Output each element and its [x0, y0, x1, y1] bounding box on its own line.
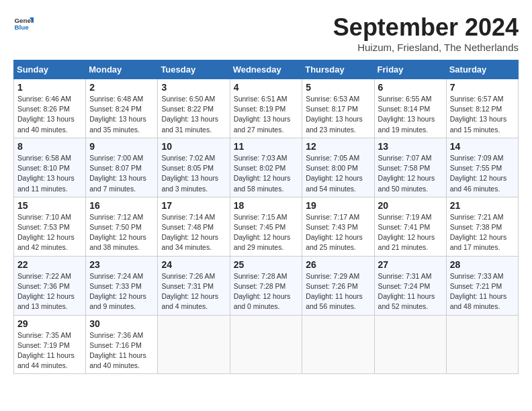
col-tuesday: Tuesday [158, 60, 230, 79]
day-info: Sunrise: 7:24 AMSunset: 7:33 PMDaylight:… [89, 271, 154, 312]
day-number: 6 [378, 82, 443, 93]
calendar-title: September 2024 [333, 13, 519, 42]
calendar-cell: 3Sunrise: 6:50 AMSunset: 8:22 PMDaylight… [158, 79, 230, 138]
day-info: Sunrise: 7:12 AMSunset: 7:50 PMDaylight:… [89, 212, 154, 253]
day-number: 26 [306, 259, 370, 270]
day-number: 2 [89, 82, 154, 93]
day-info: Sunrise: 7:22 AMSunset: 7:36 PMDaylight:… [17, 271, 82, 312]
calendar-cell [374, 315, 446, 374]
day-info: Sunrise: 7:15 AMSunset: 7:45 PMDaylight:… [234, 212, 299, 253]
day-number: 19 [306, 200, 370, 211]
calendar-cell: 14Sunrise: 7:09 AMSunset: 7:55 PMDayligh… [446, 138, 518, 197]
day-info: Sunrise: 6:48 AMSunset: 8:24 PMDaylight:… [89, 94, 154, 135]
day-number: 10 [161, 141, 226, 152]
day-info: Sunrise: 7:07 AMSunset: 7:58 PMDaylight:… [378, 153, 443, 194]
day-number: 17 [161, 200, 226, 211]
calendar-subtitle: Huizum, Friesland, The Netherlands [333, 42, 519, 53]
calendar-cell: 17Sunrise: 7:14 AMSunset: 7:48 PMDayligh… [158, 197, 230, 256]
calendar-cell: 30Sunrise: 7:36 AMSunset: 7:16 PMDayligh… [86, 315, 158, 374]
day-info: Sunrise: 6:58 AMSunset: 8:10 PMDaylight:… [17, 153, 82, 194]
col-wednesday: Wednesday [230, 60, 302, 79]
day-info: Sunrise: 6:55 AMSunset: 8:14 PMDaylight:… [378, 94, 443, 135]
day-number: 8 [17, 141, 82, 152]
calendar-week-row: 1Sunrise: 6:46 AMSunset: 8:26 PMDaylight… [14, 79, 519, 138]
calendar-cell: 26Sunrise: 7:29 AMSunset: 7:26 PMDayligh… [302, 256, 374, 315]
calendar-cell: 2Sunrise: 6:48 AMSunset: 8:24 PMDaylight… [86, 79, 158, 138]
day-info: Sunrise: 6:51 AMSunset: 8:19 PMDaylight:… [234, 94, 299, 135]
calendar-cell: 12Sunrise: 7:05 AMSunset: 8:00 PMDayligh… [302, 138, 374, 197]
day-info: Sunrise: 7:36 AMSunset: 7:16 PMDaylight:… [89, 330, 154, 371]
day-info: Sunrise: 6:53 AMSunset: 8:17 PMDaylight:… [306, 94, 370, 135]
day-number: 28 [450, 259, 515, 270]
day-info: Sunrise: 7:35 AMSunset: 7:19 PMDaylight:… [17, 330, 82, 371]
day-number: 30 [89, 318, 154, 329]
col-saturday: Saturday [446, 60, 518, 79]
calendar-cell: 9Sunrise: 7:00 AMSunset: 8:07 PMDaylight… [86, 138, 158, 197]
day-info: Sunrise: 7:26 AMSunset: 7:31 PMDaylight:… [161, 271, 226, 312]
day-info: Sunrise: 7:28 AMSunset: 7:28 PMDaylight:… [234, 271, 299, 312]
header-row: Sunday Monday Tuesday Wednesday Thursday… [14, 60, 519, 79]
calendar-cell: 7Sunrise: 6:57 AMSunset: 8:12 PMDaylight… [446, 79, 518, 138]
day-number: 14 [450, 141, 515, 152]
day-number: 18 [234, 200, 299, 211]
calendar-week-row: 8Sunrise: 6:58 AMSunset: 8:10 PMDaylight… [14, 138, 519, 197]
calendar-cell: 6Sunrise: 6:55 AMSunset: 8:14 PMDaylight… [374, 79, 446, 138]
day-number: 7 [450, 82, 515, 93]
day-number: 12 [306, 141, 370, 152]
calendar-cell [446, 315, 518, 374]
day-number: 21 [450, 200, 515, 211]
day-number: 25 [234, 259, 299, 270]
calendar-cell: 5Sunrise: 6:53 AMSunset: 8:17 PMDaylight… [302, 79, 374, 138]
calendar-cell: 11Sunrise: 7:03 AMSunset: 8:02 PMDayligh… [230, 138, 302, 197]
calendar-cell: 24Sunrise: 7:26 AMSunset: 7:31 PMDayligh… [158, 256, 230, 315]
col-friday: Friday [374, 60, 446, 79]
calendar-cell: 19Sunrise: 7:17 AMSunset: 7:43 PMDayligh… [302, 197, 374, 256]
calendar-cell [158, 315, 230, 374]
calendar-cell: 4Sunrise: 6:51 AMSunset: 8:19 PMDaylight… [230, 79, 302, 138]
calendar-cell: 20Sunrise: 7:19 AMSunset: 7:41 PMDayligh… [374, 197, 446, 256]
day-info: Sunrise: 7:21 AMSunset: 7:38 PMDaylight:… [450, 212, 515, 253]
calendar-cell: 13Sunrise: 7:07 AMSunset: 7:58 PMDayligh… [374, 138, 446, 197]
day-info: Sunrise: 7:03 AMSunset: 8:02 PMDaylight:… [234, 153, 299, 194]
calendar-cell: 10Sunrise: 7:02 AMSunset: 8:05 PMDayligh… [158, 138, 230, 197]
logo: General Blue General Blue [13, 13, 34, 34]
calendar-week-row: 15Sunrise: 7:10 AMSunset: 7:53 PMDayligh… [14, 197, 519, 256]
calendar-cell: 18Sunrise: 7:15 AMSunset: 7:45 PMDayligh… [230, 197, 302, 256]
logo-icon: General Blue [13, 13, 34, 34]
calendar-cell: 23Sunrise: 7:24 AMSunset: 7:33 PMDayligh… [86, 256, 158, 315]
calendar-cell: 15Sunrise: 7:10 AMSunset: 7:53 PMDayligh… [14, 197, 86, 256]
day-number: 23 [89, 259, 154, 270]
day-number: 9 [89, 141, 154, 152]
header: General Blue General Blue September 2024… [13, 13, 519, 53]
day-info: Sunrise: 7:14 AMSunset: 7:48 PMDaylight:… [161, 212, 226, 253]
day-info: Sunrise: 6:50 AMSunset: 8:22 PMDaylight:… [161, 94, 226, 135]
calendar-cell: 16Sunrise: 7:12 AMSunset: 7:50 PMDayligh… [86, 197, 158, 256]
day-number: 24 [161, 259, 226, 270]
calendar-week-row: 22Sunrise: 7:22 AMSunset: 7:36 PMDayligh… [14, 256, 519, 315]
day-info: Sunrise: 7:19 AMSunset: 7:41 PMDaylight:… [378, 212, 443, 253]
col-sunday: Sunday [14, 60, 86, 79]
day-number: 13 [378, 141, 443, 152]
calendar-cell: 1Sunrise: 6:46 AMSunset: 8:26 PMDaylight… [14, 79, 86, 138]
day-number: 4 [234, 82, 299, 93]
calendar-week-row: 29Sunrise: 7:35 AMSunset: 7:19 PMDayligh… [14, 315, 519, 374]
day-info: Sunrise: 7:10 AMSunset: 7:53 PMDaylight:… [17, 212, 82, 253]
calendar-cell: 8Sunrise: 6:58 AMSunset: 8:10 PMDaylight… [14, 138, 86, 197]
calendar-cell: 28Sunrise: 7:33 AMSunset: 7:21 PMDayligh… [446, 256, 518, 315]
day-number: 16 [89, 200, 154, 211]
calendar-cell: 21Sunrise: 7:21 AMSunset: 7:38 PMDayligh… [446, 197, 518, 256]
day-info: Sunrise: 7:31 AMSunset: 7:24 PMDaylight:… [378, 271, 443, 312]
day-info: Sunrise: 7:00 AMSunset: 8:07 PMDaylight:… [89, 153, 154, 194]
day-number: 27 [378, 259, 443, 270]
col-thursday: Thursday [302, 60, 374, 79]
calendar-cell [302, 315, 374, 374]
calendar-cell [230, 315, 302, 374]
day-info: Sunrise: 7:09 AMSunset: 7:55 PMDaylight:… [450, 153, 515, 194]
day-info: Sunrise: 7:33 AMSunset: 7:21 PMDaylight:… [450, 271, 515, 312]
svg-text:Blue: Blue [15, 24, 30, 31]
day-number: 5 [306, 82, 370, 93]
day-info: Sunrise: 7:02 AMSunset: 8:05 PMDaylight:… [161, 153, 226, 194]
calendar-cell: 22Sunrise: 7:22 AMSunset: 7:36 PMDayligh… [14, 256, 86, 315]
day-number: 11 [234, 141, 299, 152]
col-monday: Monday [86, 60, 158, 79]
